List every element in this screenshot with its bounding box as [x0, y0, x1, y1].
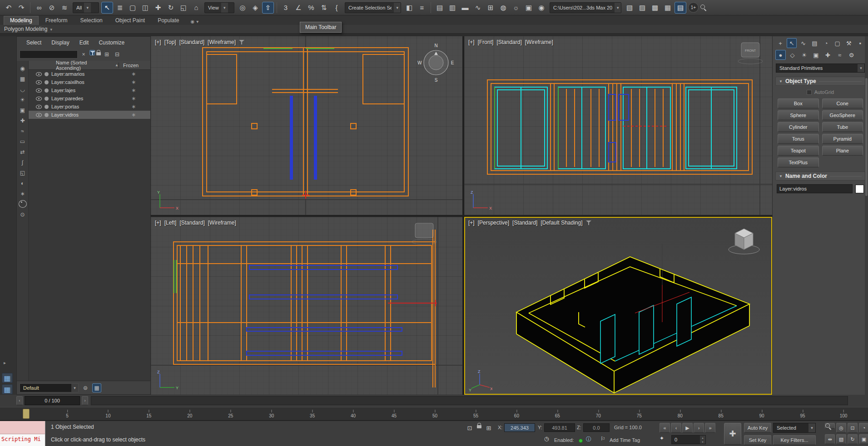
field-of-view-icon[interactable]: ◔: [859, 423, 868, 433]
angle-snap-icon[interactable]: ∠: [293, 2, 304, 14]
render-toggle-icon[interactable]: [45, 113, 49, 117]
zoom-about-mouse-icon[interactable]: [700, 5, 706, 10]
display-helpers-icon[interactable]: ✚: [19, 117, 27, 124]
key-filters-button[interactable]: Key Filters...: [773, 435, 816, 445]
compass-n[interactable]: N: [434, 43, 437, 48]
layer-row[interactable]: Layer:lajes: [29, 86, 150, 94]
renderer-name[interactable]: [Standard]: [512, 220, 537, 226]
select-and-rotate-icon[interactable]: ↻: [165, 2, 177, 14]
command-panel-scrollbar[interactable]: [865, 36, 868, 395]
primitive-button-cone[interactable]: Cone: [822, 98, 863, 108]
hierarchy-tab-icon[interactable]: ▤: [809, 38, 819, 48]
display-influences-icon[interactable]: ◉: [19, 64, 27, 72]
toggle-ribbon-icon[interactable]: ▬: [459, 2, 471, 14]
select-and-move-icon[interactable]: ✚: [152, 2, 164, 14]
display-shapes-icon[interactable]: ◡: [19, 85, 27, 93]
listener-script-line[interactable]: Scripting Mi: [0, 434, 45, 446]
compass-rose[interactable]: N E S W: [415, 40, 457, 83]
visibility-eye-icon[interactable]: [36, 72, 42, 76]
shading-mode[interactable]: [Wireframe]: [208, 39, 236, 45]
z-coordinate-field[interactable]: 0.0: [583, 423, 610, 432]
display-cameras-icon[interactable]: ▣: [19, 106, 27, 114]
render-toggle-icon[interactable]: [45, 105, 49, 109]
set-key-button[interactable]: Set Key: [744, 435, 771, 445]
previous-frame-spinner[interactable]: [16, 396, 23, 405]
create-new-layer-icon[interactable]: ▧: [624, 2, 635, 14]
bind-to-space-warp-icon[interactable]: ≋: [59, 2, 70, 14]
object-name-field[interactable]: [777, 184, 853, 193]
viewcube-left[interactable]: [408, 221, 441, 247]
previous-frame-button[interactable]: ‹: [671, 423, 681, 433]
ribbon-tab-modeling[interactable]: Modeling: [4, 16, 39, 25]
renderer-name[interactable]: [Standard]: [496, 39, 521, 45]
pick-parent-icon[interactable]: ⊞: [102, 50, 111, 59]
visibility-eye-icon[interactable]: [36, 88, 42, 93]
maxscript-mini-listener[interactable]: Scripting Mi: [0, 421, 45, 446]
modify-tab-icon[interactable]: ∿: [798, 38, 808, 48]
viewport-left[interactable]: [+][Left][Standard][Wireframe] Z Y: [151, 217, 462, 395]
select-by-name-icon[interactable]: ≣: [114, 2, 126, 14]
shading-mode[interactable]: [Wireframe]: [208, 220, 236, 226]
viewport-filter-icon[interactable]: [586, 220, 591, 225]
pin-explorer-icon[interactable]: ⊙: [19, 211, 27, 218]
curve-editor-icon[interactable]: ∿: [472, 2, 484, 14]
render-toggle-icon[interactable]: [45, 80, 49, 84]
percent-snap-icon[interactable]: %: [305, 2, 317, 14]
add-favorites-icon[interactable]: +: [775, 38, 785, 48]
rendered-frame-window-icon[interactable]: ▣: [523, 2, 535, 14]
zoom-extents-icon[interactable]: ⊡: [848, 423, 858, 433]
select-and-scale-icon[interactable]: ◱: [178, 2, 189, 14]
toggle-layer-explorer-icon[interactable]: ▥: [446, 2, 458, 14]
space-warps-category-icon[interactable]: ≈: [834, 50, 845, 60]
cameras-category-icon[interactable]: ▣: [811, 50, 821, 60]
use-pivot-point-center-icon[interactable]: ◎: [237, 2, 248, 14]
render-toggle-icon[interactable]: [45, 88, 49, 93]
viewport-layout-tab-1-icon[interactable]: ▦: [2, 373, 13, 383]
panel-expand-icon[interactable]: [50, 26, 52, 32]
edit-named-selection-sets-icon[interactable]: {: [331, 2, 342, 14]
display-hidden-icon[interactable]: [19, 200, 27, 208]
viewport-menu[interactable]: [+]: [155, 220, 161, 226]
redo-icon[interactable]: ↷: [15, 2, 27, 14]
info-icon[interactable]: ⓘ: [586, 436, 591, 443]
display-containers-icon[interactable]: ◱: [19, 169, 27, 176]
display-tab-icon[interactable]: ▢: [833, 38, 843, 48]
frozen-toggle-icon[interactable]: [131, 95, 136, 102]
selection-lock-toggle-icon[interactable]: [477, 425, 481, 428]
frozen-toggle-icon[interactable]: [131, 87, 136, 93]
flyout-arrow-icon[interactable]: ▸: [4, 360, 6, 365]
display-groups-icon[interactable]: ▭: [19, 137, 27, 145]
project-folder-dropdown[interactable]: C:\Users\202...3ds Max 2023: [550, 2, 621, 13]
display-lights-icon[interactable]: ☀: [19, 96, 27, 103]
object-color-swatch[interactable]: [855, 185, 864, 193]
current-frame-field[interactable]: 0: [671, 435, 706, 444]
render-production-icon[interactable]: ◉: [536, 2, 547, 14]
timeline-ruler[interactable]: 0510152025303540455055606570758085909510…: [0, 407, 868, 421]
dropdown-arrow-icon[interactable]: [394, 3, 401, 13]
frozen-toggle-icon[interactable]: [131, 71, 136, 77]
menu-customize[interactable]: Customize: [94, 39, 129, 48]
next-frame-button[interactable]: ›: [694, 423, 704, 433]
column-frozen[interactable]: Frozen: [119, 63, 150, 68]
render-setup-icon[interactable]: ☼: [510, 2, 522, 14]
render-toggle-icon[interactable]: [45, 72, 49, 76]
primitive-button-pyramid[interactable]: Pyramid: [822, 134, 863, 144]
layer-row[interactable]: Layer:caixilhos: [29, 78, 150, 86]
isolate-selection-toggle-icon[interactable]: ▤: [675, 2, 686, 14]
next-frame-spinner[interactable]: [82, 396, 88, 405]
ribbon-tab-populate[interactable]: Populate: [152, 16, 185, 25]
systems-category-icon[interactable]: ⚙: [846, 50, 857, 60]
geometry-category-icon[interactable]: ●: [775, 50, 786, 60]
helpers-category-icon[interactable]: ✚: [823, 50, 833, 60]
display-geometry-icon[interactable]: ▦: [19, 75, 27, 83]
material-editor-icon[interactable]: ◍: [497, 2, 509, 14]
orbit-icon[interactable]: ↻: [848, 434, 858, 444]
layer-settings-icon[interactable]: ⊜: [81, 383, 90, 392]
rollout-object-type[interactable]: ▼ Object Type: [775, 77, 865, 86]
snaps-toggle-icon[interactable]: 3: [280, 2, 292, 14]
frozen-toggle-icon[interactable]: [131, 103, 136, 110]
ribbon-tab-freeform[interactable]: Freeform: [40, 16, 74, 25]
time-tag-icon[interactable]: ⚐: [600, 436, 605, 442]
unlink-selection-icon[interactable]: ⊘: [46, 2, 58, 14]
lock-explorer-icon[interactable]: [96, 52, 101, 55]
